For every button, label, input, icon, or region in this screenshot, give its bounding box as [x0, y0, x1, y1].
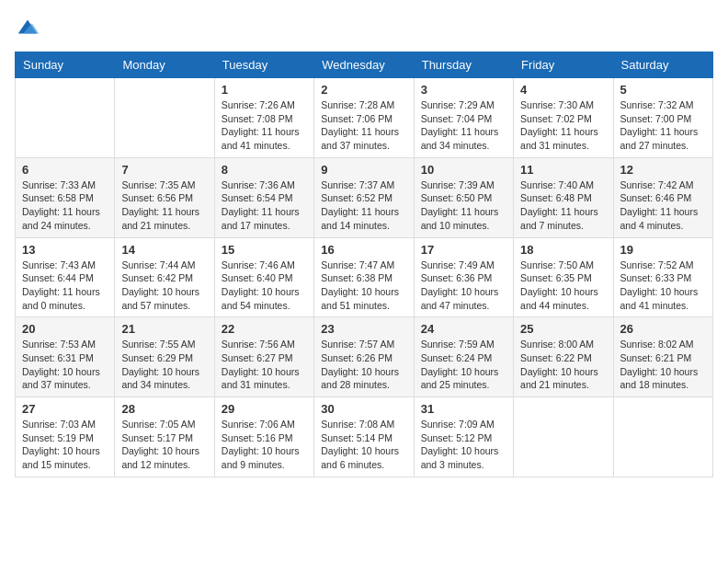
- calendar-table: SundayMondayTuesdayWednesdayThursdayFrid…: [15, 52, 713, 477]
- day-cell: 20Sunrise: 7:53 AM Sunset: 6:31 PM Dayli…: [16, 317, 115, 397]
- column-header-monday: Monday: [115, 52, 214, 78]
- day-number: 10: [421, 163, 506, 177]
- day-info: Sunrise: 7:35 AM Sunset: 6:56 PM Dayligh…: [121, 178, 207, 233]
- day-number: 3: [421, 83, 506, 97]
- day-number: 5: [620, 83, 706, 97]
- column-header-friday: Friday: [514, 52, 613, 78]
- day-info: Sunrise: 7:03 AM Sunset: 5:19 PM Dayligh…: [22, 418, 108, 472]
- day-info: Sunrise: 7:46 AM Sunset: 6:40 PM Dayligh…: [222, 259, 307, 313]
- day-cell: 30Sunrise: 7:08 AM Sunset: 5:14 PM Dayli…: [314, 397, 414, 477]
- logo-icon: [15, 15, 40, 40]
- column-header-sunday: Sunday: [16, 52, 115, 78]
- header-row: SundayMondayTuesdayWednesdayThursdayFrid…: [16, 52, 713, 78]
- day-cell: 9Sunrise: 7:37 AM Sunset: 6:52 PM Daylig…: [314, 157, 414, 237]
- day-info: Sunrise: 7:40 AM Sunset: 6:48 PM Dayligh…: [520, 178, 606, 233]
- day-info: Sunrise: 7:37 AM Sunset: 6:52 PM Dayligh…: [321, 178, 406, 233]
- day-cell: 22Sunrise: 7:56 AM Sunset: 6:27 PM Dayli…: [214, 317, 313, 397]
- day-info: Sunrise: 7:33 AM Sunset: 6:58 PM Dayligh…: [22, 178, 108, 233]
- day-cell: 10Sunrise: 7:39 AM Sunset: 6:50 PM Dayli…: [414, 157, 513, 237]
- day-info: Sunrise: 8:02 AM Sunset: 6:21 PM Dayligh…: [620, 338, 706, 392]
- day-cell: 28Sunrise: 7:05 AM Sunset: 5:17 PM Dayli…: [115, 397, 214, 477]
- day-number: 31: [421, 402, 506, 416]
- day-info: Sunrise: 7:43 AM Sunset: 6:44 PM Dayligh…: [22, 259, 108, 313]
- day-info: Sunrise: 7:55 AM Sunset: 6:29 PM Dayligh…: [121, 338, 207, 392]
- day-number: 18: [520, 243, 606, 257]
- day-cell: [613, 397, 712, 477]
- day-cell: 6Sunrise: 7:33 AM Sunset: 6:58 PM Daylig…: [16, 157, 115, 237]
- day-info: Sunrise: 7:53 AM Sunset: 6:31 PM Dayligh…: [22, 338, 108, 392]
- day-cell: 2Sunrise: 7:28 AM Sunset: 7:06 PM Daylig…: [314, 78, 414, 158]
- day-cell: 7Sunrise: 7:35 AM Sunset: 6:56 PM Daylig…: [115, 157, 214, 237]
- day-info: Sunrise: 7:47 AM Sunset: 6:38 PM Dayligh…: [321, 259, 406, 313]
- day-cell: 24Sunrise: 7:59 AM Sunset: 6:24 PM Dayli…: [414, 317, 513, 397]
- day-info: Sunrise: 7:29 AM Sunset: 7:04 PM Dayligh…: [421, 98, 506, 153]
- day-info: Sunrise: 7:28 AM Sunset: 7:06 PM Dayligh…: [321, 98, 406, 153]
- day-info: Sunrise: 7:26 AM Sunset: 7:08 PM Dayligh…: [222, 98, 307, 153]
- week-row-4: 20Sunrise: 7:53 AM Sunset: 6:31 PM Dayli…: [16, 317, 713, 397]
- day-info: Sunrise: 7:39 AM Sunset: 6:50 PM Dayligh…: [421, 178, 506, 233]
- day-number: 20: [22, 322, 108, 336]
- day-cell: 8Sunrise: 7:36 AM Sunset: 6:54 PM Daylig…: [214, 157, 313, 237]
- day-number: 16: [321, 243, 406, 257]
- day-cell: 21Sunrise: 7:55 AM Sunset: 6:29 PM Dayli…: [115, 317, 214, 397]
- day-number: 11: [520, 163, 606, 177]
- day-number: 7: [121, 163, 207, 177]
- column-header-saturday: Saturday: [613, 52, 712, 78]
- day-cell: 1Sunrise: 7:26 AM Sunset: 7:08 PM Daylig…: [214, 78, 313, 158]
- day-number: 24: [421, 322, 506, 336]
- column-header-tuesday: Tuesday: [214, 52, 313, 78]
- day-number: 9: [321, 163, 406, 177]
- day-cell: [16, 78, 115, 158]
- day-number: 1: [222, 83, 307, 97]
- page-header: [15, 15, 713, 40]
- day-info: Sunrise: 7:57 AM Sunset: 6:26 PM Dayligh…: [321, 338, 406, 392]
- day-number: 17: [421, 243, 506, 257]
- day-number: 27: [22, 402, 108, 416]
- day-info: Sunrise: 7:50 AM Sunset: 6:35 PM Dayligh…: [520, 259, 606, 313]
- day-number: 13: [22, 243, 108, 257]
- day-cell: 14Sunrise: 7:44 AM Sunset: 6:42 PM Dayli…: [115, 237, 214, 317]
- day-info: Sunrise: 7:59 AM Sunset: 6:24 PM Dayligh…: [421, 338, 506, 392]
- day-number: 2: [321, 83, 406, 97]
- day-number: 6: [22, 163, 108, 177]
- column-header-wednesday: Wednesday: [314, 52, 414, 78]
- day-number: 28: [121, 402, 207, 416]
- day-number: 25: [520, 322, 606, 336]
- day-cell: 11Sunrise: 7:40 AM Sunset: 6:48 PM Dayli…: [514, 157, 613, 237]
- day-cell: 13Sunrise: 7:43 AM Sunset: 6:44 PM Dayli…: [16, 237, 115, 317]
- day-number: 29: [222, 402, 307, 416]
- day-cell: [514, 397, 613, 477]
- day-cell: 19Sunrise: 7:52 AM Sunset: 6:33 PM Dayli…: [613, 237, 712, 317]
- day-info: Sunrise: 7:42 AM Sunset: 6:46 PM Dayligh…: [620, 178, 706, 233]
- week-row-1: 1Sunrise: 7:26 AM Sunset: 7:08 PM Daylig…: [16, 78, 713, 158]
- day-number: 23: [321, 322, 406, 336]
- day-number: 15: [222, 243, 307, 257]
- day-info: Sunrise: 7:52 AM Sunset: 6:33 PM Dayligh…: [620, 259, 706, 313]
- day-info: Sunrise: 7:09 AM Sunset: 5:12 PM Dayligh…: [421, 418, 506, 472]
- week-row-3: 13Sunrise: 7:43 AM Sunset: 6:44 PM Dayli…: [16, 237, 713, 317]
- day-number: 21: [121, 322, 207, 336]
- day-info: Sunrise: 8:00 AM Sunset: 6:22 PM Dayligh…: [520, 338, 606, 392]
- day-cell: [115, 78, 214, 158]
- day-info: Sunrise: 7:49 AM Sunset: 6:36 PM Dayligh…: [421, 259, 506, 313]
- day-info: Sunrise: 7:06 AM Sunset: 5:16 PM Dayligh…: [222, 418, 307, 472]
- day-number: 4: [520, 83, 606, 97]
- day-number: 26: [620, 322, 706, 336]
- day-cell: 4Sunrise: 7:30 AM Sunset: 7:02 PM Daylig…: [514, 78, 613, 158]
- day-cell: 15Sunrise: 7:46 AM Sunset: 6:40 PM Dayli…: [214, 237, 313, 317]
- day-cell: 17Sunrise: 7:49 AM Sunset: 6:36 PM Dayli…: [414, 237, 513, 317]
- day-number: 19: [620, 243, 706, 257]
- day-info: Sunrise: 7:32 AM Sunset: 7:00 PM Dayligh…: [620, 98, 706, 153]
- day-cell: 18Sunrise: 7:50 AM Sunset: 6:35 PM Dayli…: [514, 237, 613, 317]
- day-info: Sunrise: 7:30 AM Sunset: 7:02 PM Dayligh…: [520, 98, 606, 153]
- logo: [15, 15, 44, 40]
- day-cell: 23Sunrise: 7:57 AM Sunset: 6:26 PM Dayli…: [314, 317, 414, 397]
- day-number: 30: [321, 402, 406, 416]
- day-number: 14: [121, 243, 207, 257]
- day-info: Sunrise: 7:44 AM Sunset: 6:42 PM Dayligh…: [121, 259, 207, 313]
- day-cell: 29Sunrise: 7:06 AM Sunset: 5:16 PM Dayli…: [214, 397, 313, 477]
- day-info: Sunrise: 7:36 AM Sunset: 6:54 PM Dayligh…: [222, 178, 307, 233]
- day-info: Sunrise: 7:56 AM Sunset: 6:27 PM Dayligh…: [222, 338, 307, 392]
- day-cell: 12Sunrise: 7:42 AM Sunset: 6:46 PM Dayli…: [613, 157, 712, 237]
- column-header-thursday: Thursday: [414, 52, 513, 78]
